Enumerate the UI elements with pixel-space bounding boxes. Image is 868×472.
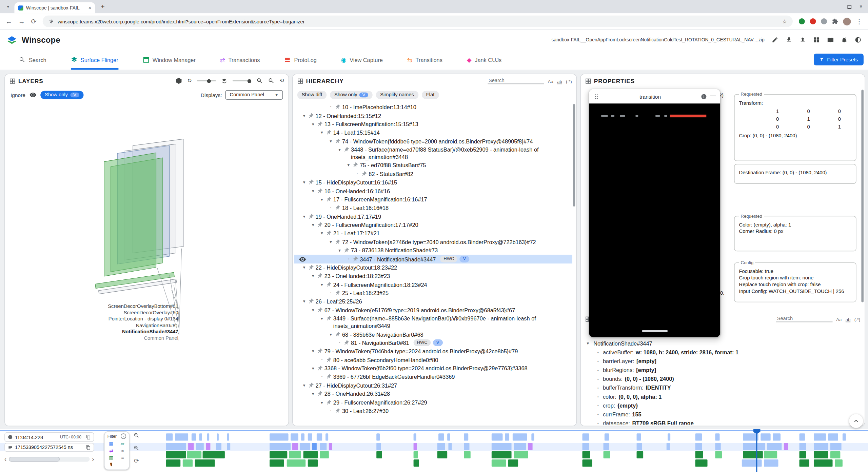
- match-word-icon[interactable]: ab: [557, 79, 562, 84]
- pin-node-icon[interactable]: [326, 282, 332, 288]
- trace-type-attachment-icon[interactable]: [108, 462, 114, 467]
- trace-entry-bar[interactable]: [743, 443, 765, 450]
- extension-icon-gray[interactable]: [821, 18, 827, 24]
- window-close-button[interactable]: ×: [860, 4, 863, 9]
- trace-entry-bar[interactable]: [695, 451, 703, 458]
- forward-icon[interactable]: →: [18, 18, 25, 25]
- trace-entry-bar[interactable]: [492, 443, 512, 450]
- trace-entry-bar[interactable]: [292, 443, 298, 450]
- pin-node-icon[interactable]: [317, 273, 323, 279]
- trace-entry-bar[interactable]: [464, 451, 471, 458]
- hierarchy-node[interactable]: •80 - ace6abb SecondaryHomeHandle0#80: [294, 356, 572, 364]
- copy-icon[interactable]: [86, 435, 91, 440]
- hierarchy-node[interactable]: •81 - NavigationBar0#81HWCV: [294, 339, 572, 347]
- window-maximize-button[interactable]: [847, 5, 851, 8]
- properties-scrollbar[interactable]: [861, 90, 864, 302]
- trace-entry-bar[interactable]: [800, 433, 805, 440]
- hierarchy-node[interactable]: ▾27 - HideDisplayCutout:26:31#27: [294, 381, 572, 390]
- zoom-out-icon[interactable]: [268, 78, 275, 84]
- timestamp-value[interactable]: 11:04:14.228: [15, 434, 43, 440]
- extension-icon-green[interactable]: [799, 18, 805, 24]
- hierarchy-node[interactable]: •3369 - 67726bf EdgeBackGestureHandler0#…: [294, 373, 572, 381]
- trace-entry-bar[interactable]: [301, 433, 304, 440]
- trace-entry-bar[interactable]: [312, 443, 317, 450]
- match-case-icon[interactable]: Aa: [836, 317, 842, 322]
- displays-select[interactable]: Common Panel ▼: [225, 90, 283, 99]
- trace-entry-bar[interactable]: [835, 459, 843, 467]
- download-icon[interactable]: [786, 37, 792, 43]
- tab-view-capture[interactable]: ◉ View Capture: [341, 50, 383, 70]
- trace-entry-bar[interactable]: [414, 459, 419, 467]
- property-item[interactable]: •crop:{empty}: [585, 401, 860, 410]
- trace-entry-bar[interactable]: [203, 451, 225, 458]
- pin-node-icon[interactable]: [317, 121, 323, 127]
- zoom-out-icon[interactable]: [133, 445, 139, 451]
- tab-transactions[interactable]: ⇄ Transactions: [220, 50, 260, 70]
- trace-type-chart-icon[interactable]: ≈: [121, 448, 124, 453]
- profile-avatar[interactable]: [843, 17, 851, 25]
- trace-entry-bar[interactable]: [199, 433, 202, 440]
- show-diff-button[interactable]: Show diff: [297, 91, 327, 99]
- expand-arrow-icon[interactable]: ▾: [585, 340, 591, 347]
- pin-node-icon[interactable]: [326, 357, 332, 363]
- pin-node-icon[interactable]: [326, 130, 332, 136]
- trace-entry-bar[interactable]: [828, 433, 838, 440]
- tab-surface-flinger[interactable]: Surface Flinger: [71, 50, 118, 70]
- trace-entry-bar[interactable]: [814, 451, 828, 458]
- pin-node-icon[interactable]: [308, 264, 314, 271]
- trace-entry-bar[interactable]: [814, 443, 828, 450]
- trace-entry-bar[interactable]: [761, 433, 770, 440]
- property-item[interactable]: •barrierLayer:[empty]: [585, 356, 860, 365]
- trace-entry-bar[interactable]: [291, 433, 298, 440]
- trace-entry-bar[interactable]: [767, 443, 782, 450]
- hierarchy-node[interactable]: ▾12 - OneHanded:15:15#12: [294, 112, 572, 120]
- trace-entry-bar[interactable]: [773, 433, 781, 440]
- rotation-icon[interactable]: ↻: [187, 78, 192, 83]
- show-only-visible-toggle[interactable]: Show only V: [40, 91, 83, 99]
- hierarchy-node[interactable]: ▾28 - OneHanded:26:31#28: [294, 390, 572, 398]
- trace-entry-bar[interactable]: [166, 433, 173, 440]
- trace-entry-bar[interactable]: [667, 443, 670, 450]
- trace-entry-bar[interactable]: [715, 451, 722, 458]
- trace-entry-bar[interactable]: [492, 451, 512, 458]
- hierarchy-node[interactable]: ▾75 - ed70f88 StatusBar#75: [294, 161, 572, 170]
- spacing-slider-knob[interactable]: [247, 79, 251, 83]
- trace-entry-bar[interactable]: [376, 443, 381, 450]
- rotation-slider-knob[interactable]: [207, 79, 211, 83]
- copy-icon[interactable]: [86, 445, 91, 450]
- trace-entry-bar[interactable]: [814, 459, 833, 467]
- trace-entry-bar[interactable]: [270, 433, 289, 440]
- trace-entry-bar[interactable]: [217, 433, 219, 440]
- pin-node-icon[interactable]: [334, 104, 340, 110]
- hierarchy-node[interactable]: ▾74 - WindowToken{fdddbe6 type=2000 andr…: [294, 137, 572, 145]
- trace-entry-bar[interactable]: [715, 443, 721, 450]
- trace-entry-bar[interactable]: [531, 433, 534, 440]
- trace-entry-bar[interactable]: [289, 451, 301, 458]
- trace-entry-bar[interactable]: [800, 451, 806, 458]
- layer-spacing-icon[interactable]: [221, 78, 228, 84]
- panel-collapse-icon[interactable]: [585, 78, 591, 84]
- properties-search-input[interactable]: [776, 315, 832, 322]
- hierarchy-node[interactable]: •82 - StatusBar#82: [294, 170, 572, 178]
- window-minimize-button[interactable]: —: [834, 4, 839, 9]
- rotation-slider[interactable]: [197, 80, 216, 81]
- upload-icon[interactable]: [800, 37, 806, 43]
- tab-window-manager[interactable]: Window Manager: [142, 50, 195, 70]
- regex-icon[interactable]: (.*): [854, 317, 860, 322]
- trace-entry-bar[interactable]: [376, 433, 380, 440]
- pin-node-icon[interactable]: [334, 331, 340, 337]
- minimize-icon[interactable]: —: [710, 93, 716, 100]
- layer-label[interactable]: ScreenDecorOverlay#60: [5, 310, 178, 316]
- trace-entry-bar[interactable]: [270, 443, 291, 450]
- trace-entry-bar[interactable]: [830, 443, 842, 450]
- hierarchy-node[interactable]: ▾14 - Leaf:15:15#14: [294, 129, 572, 137]
- timestamp-box[interactable]: 11:04:14.228 UTC+00:00: [4, 432, 94, 442]
- trace-entry-bar[interactable]: [196, 443, 204, 450]
- pin-node-icon[interactable]: [308, 214, 314, 220]
- properties-tree-root[interactable]: ▾ NotificationShade#3447: [585, 339, 860, 348]
- trace-entry-bar[interactable]: [743, 451, 763, 458]
- node-visibility-eye-icon[interactable]: [299, 256, 306, 263]
- pin-node-icon[interactable]: [317, 307, 323, 313]
- tab-close-icon[interactable]: ×: [88, 5, 92, 11]
- pin-node-icon[interactable]: [334, 205, 340, 211]
